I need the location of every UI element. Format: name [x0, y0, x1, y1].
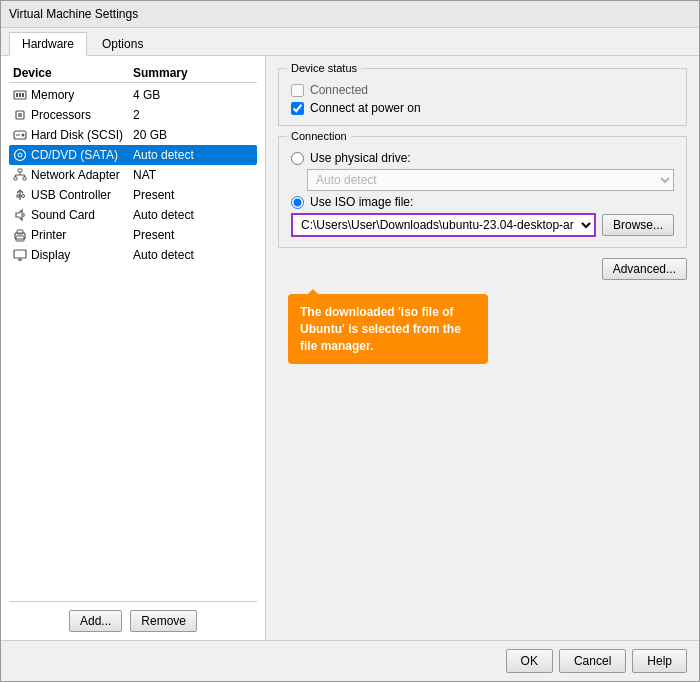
device-table-header: Device Summary: [9, 64, 257, 83]
header-device: Device: [13, 66, 133, 80]
physical-drive-label: Use physical drive:: [310, 151, 411, 165]
device-summary-sound: Auto detect: [133, 208, 253, 222]
advanced-row: Advanced...: [278, 258, 687, 280]
device-status-section: Device status Connected Connect at power…: [278, 68, 687, 126]
virtual-machine-settings-window: Virtual Machine Settings Hardware Option…: [0, 0, 700, 682]
connected-checkbox[interactable]: [291, 84, 304, 97]
device-row-printer[interactable]: Printer Present: [9, 225, 257, 245]
title-bar: Virtual Machine Settings: [1, 1, 699, 28]
iso-label: Use ISO image file:: [310, 195, 413, 209]
device-name-cddvd: CD/DVD (SATA): [31, 148, 118, 162]
device-row-memory[interactable]: Memory 4 GB: [9, 85, 257, 105]
svg-rect-5: [18, 113, 22, 117]
svg-rect-27: [14, 250, 26, 258]
device-name-printer: Printer: [31, 228, 66, 242]
tab-options[interactable]: Options: [89, 32, 156, 55]
device-row-usb[interactable]: USB Controller Present: [9, 185, 257, 205]
connected-label: Connected: [310, 83, 368, 97]
browse-button[interactable]: Browse...: [602, 214, 674, 236]
device-name-network: Network Adapter: [31, 168, 120, 182]
auto-detect-select[interactable]: Auto detect: [307, 169, 674, 191]
svg-marker-23: [16, 210, 22, 220]
svg-rect-13: [23, 177, 26, 180]
device-row-cddvd[interactable]: CD/DVD (SATA) Auto detect: [9, 145, 257, 165]
sound-icon: [13, 208, 27, 222]
svg-rect-3: [22, 93, 24, 97]
device-row-processors[interactable]: Processors 2: [9, 105, 257, 125]
usb-icon: [13, 188, 27, 202]
device-name-sound: Sound Card: [31, 208, 95, 222]
svg-rect-21: [17, 195, 20, 197]
device-row-display[interactable]: Display Auto detect: [9, 245, 257, 265]
svg-point-22: [22, 195, 25, 198]
display-icon: [13, 248, 27, 262]
tab-hardware[interactable]: Hardware: [9, 32, 87, 56]
memory-icon: [13, 88, 27, 102]
svg-rect-12: [14, 177, 17, 180]
svg-rect-1: [16, 93, 18, 97]
processor-icon: [13, 108, 27, 122]
physical-drive-radio[interactable]: [291, 152, 304, 165]
device-name-display: Display: [31, 248, 70, 262]
device-table: Device Summary Memory 4 GB: [9, 64, 257, 593]
device-summary-display: Auto detect: [133, 248, 253, 262]
add-button[interactable]: Add...: [69, 610, 122, 632]
connect-power-label: Connect at power on: [310, 101, 421, 115]
device-summary-cddvd: Auto detect: [133, 148, 253, 162]
svg-rect-11: [18, 169, 22, 172]
connected-checkbox-row[interactable]: Connected: [291, 83, 674, 97]
iso-path-row: C:\Users\User\Downloads\ubuntu-23.04-des…: [291, 213, 674, 237]
svg-point-7: [22, 134, 25, 137]
left-panel: Device Summary Memory 4 GB: [1, 56, 266, 640]
device-name-processors: Processors: [31, 108, 91, 122]
network-icon: [13, 168, 27, 182]
tooltip-text: The downloaded 'iso file of Ubuntu' is s…: [300, 305, 461, 353]
connect-power-checkbox-row[interactable]: Connect at power on: [291, 101, 674, 115]
cancel-button[interactable]: Cancel: [559, 649, 626, 673]
device-name-harddisk: Hard Disk (SCSI): [31, 128, 123, 142]
svg-point-9: [15, 150, 26, 161]
printer-icon: [13, 228, 27, 242]
device-summary-network: NAT: [133, 168, 253, 182]
bottom-bar: OK Cancel Help: [1, 640, 699, 681]
connect-power-checkbox[interactable]: [291, 102, 304, 115]
device-summary-usb: Present: [133, 188, 253, 202]
harddisk-icon: [13, 128, 27, 142]
connection-section: Connection Use physical drive: Auto dete…: [278, 136, 687, 248]
device-summary-memory: 4 GB: [133, 88, 253, 102]
svg-point-10: [18, 153, 22, 157]
svg-rect-2: [19, 93, 21, 97]
ok-button[interactable]: OK: [506, 649, 553, 673]
device-summary-processors: 2: [133, 108, 253, 122]
device-summary-printer: Present: [133, 228, 253, 242]
device-row-sound[interactable]: Sound Card Auto detect: [9, 205, 257, 225]
main-content: Device Summary Memory 4 GB: [1, 56, 699, 640]
physical-drive-radio-row[interactable]: Use physical drive:: [291, 151, 674, 165]
advanced-button[interactable]: Advanced...: [602, 258, 687, 280]
header-summary: Summary: [133, 66, 253, 80]
device-summary-harddisk: 20 GB: [133, 128, 253, 142]
right-panel: Device status Connected Connect at power…: [266, 56, 699, 640]
help-button[interactable]: Help: [632, 649, 687, 673]
iso-radio[interactable]: [291, 196, 304, 209]
device-name-usb: USB Controller: [31, 188, 111, 202]
cddvd-icon: [13, 148, 27, 162]
device-row-harddisk[interactable]: Hard Disk (SCSI) 20 GB: [9, 125, 257, 145]
remove-button[interactable]: Remove: [130, 610, 197, 632]
iso-path-select[interactable]: C:\Users\User\Downloads\ubuntu-23.04-des…: [291, 213, 596, 237]
window-title: Virtual Machine Settings: [9, 7, 138, 21]
tooltip-box: The downloaded 'iso file of Ubuntu' is s…: [288, 294, 488, 364]
connection-title: Connection: [287, 130, 351, 142]
device-row-network[interactable]: Network Adapter NAT: [9, 165, 257, 185]
tabs-bar: Hardware Options: [1, 28, 699, 56]
left-panel-buttons: Add... Remove: [9, 601, 257, 632]
auto-detect-row: Auto detect: [307, 169, 674, 191]
device-status-title: Device status: [287, 62, 361, 74]
device-name-memory: Memory: [31, 88, 74, 102]
iso-radio-row[interactable]: Use ISO image file:: [291, 195, 674, 209]
